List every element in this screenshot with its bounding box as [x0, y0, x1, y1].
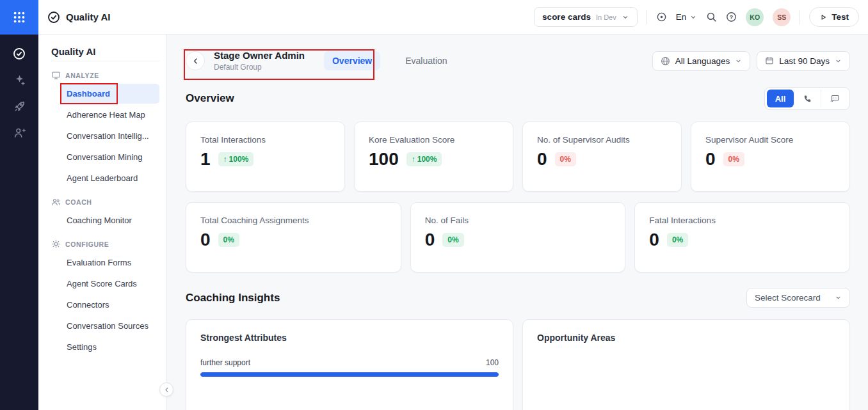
- app-launcher-button[interactable]: [0, 0, 38, 35]
- stat-delta-badge: 0%: [667, 233, 688, 247]
- topbar-right: score cards In Dev En: [534, 7, 859, 27]
- stat-label: Total Interactions: [200, 135, 330, 145]
- quality-ai-logo-icon: [47, 11, 60, 24]
- grid-icon: [12, 10, 26, 24]
- language-code: En: [676, 12, 687, 22]
- scorecard-picker[interactable]: score cards In Dev: [534, 7, 638, 27]
- topbar: Quality AI score cards In Dev E: [38, 0, 868, 35]
- scorecard-select-label: Select Scorecard: [755, 293, 821, 303]
- attribute-row: further support 100: [200, 358, 499, 367]
- attribute-progress-bar: [200, 372, 499, 377]
- sidebar-item-adherence-heat-map[interactable]: Adherence Heat Map: [61, 105, 159, 125]
- brand-name: Quality AI: [66, 12, 110, 22]
- stat-value: 0: [537, 150, 547, 168]
- stat-label: No. of Fails: [425, 216, 611, 225]
- calendar-icon: [765, 56, 774, 65]
- in-dev-badge: In Dev: [596, 13, 616, 21]
- channel-segmented-control: All: [764, 87, 850, 110]
- back-button[interactable]: [186, 51, 205, 70]
- target-icon[interactable]: [656, 12, 667, 22]
- translate-icon: [661, 56, 670, 66]
- date-range-label: Last 90 Days: [779, 56, 830, 66]
- main-content: Stage Owner Admin Default Group Overview…: [166, 35, 868, 410]
- sparkles-icon[interactable]: [13, 74, 26, 86]
- sidebar-section-coach: COACH: [51, 197, 159, 207]
- rocket-icon[interactable]: [13, 100, 26, 113]
- stat-label: Fatal Interactions: [649, 216, 835, 225]
- scorecard-select[interactable]: Select Scorecard: [746, 288, 850, 308]
- segment-voice[interactable]: [794, 90, 821, 107]
- app-window: Quality AI score cards In Dev E: [0, 0, 868, 410]
- segment-chat[interactable]: [821, 90, 848, 107]
- language-selector[interactable]: En: [676, 12, 698, 22]
- attribute-label: further support: [200, 358, 250, 367]
- brand: Quality AI: [47, 11, 110, 24]
- sidebar-item-conversation-mining[interactable]: Conversation Mining: [61, 147, 159, 167]
- sidebar-section-label: ANALYZE: [65, 72, 99, 79]
- stat-delta-badge: 0%: [555, 152, 576, 166]
- tab-evaluation[interactable]: Evaluation: [397, 51, 455, 70]
- stats-row-2: Total Coaching Assignments 0 0% No. of F…: [186, 202, 850, 272]
- stat-card-fatal-interactions: Fatal Interactions 0 0%: [634, 202, 850, 272]
- stat-card-kore-evaluation-score: Kore Evaluation Score 100 ↑100%: [354, 122, 513, 192]
- opportunity-areas-card: Opportunity Areas: [522, 319, 850, 410]
- sidebar-item-evaluation-forms[interactable]: Evaluation Forms: [61, 253, 159, 272]
- stat-card-total-interactions: Total Interactions 1 ↑100%: [186, 122, 345, 192]
- sidebar-item-agent-leaderboard[interactable]: Agent Leaderboard: [61, 168, 159, 188]
- language-filter[interactable]: All Languages: [652, 51, 751, 71]
- user-plus-icon[interactable]: [13, 127, 26, 139]
- test-button-label: Test: [832, 12, 849, 22]
- coaching-section-header: Coaching Insights Select Scorecard: [186, 288, 850, 308]
- stat-card-supervisor-audits: No. of Supervisor Audits 0 0%: [522, 122, 682, 192]
- people-icon: [51, 197, 61, 207]
- progress-fill: [200, 372, 499, 377]
- sidebar-item-connectors[interactable]: Connectors: [61, 295, 159, 315]
- sidebar-item-conversation-intelligence[interactable]: Conversation Intellig...: [61, 126, 159, 146]
- stat-label: Kore Evaluation Score: [369, 135, 499, 145]
- sidebar-title: Quality AI: [51, 46, 159, 61]
- quality-ai-rail-icon[interactable]: [13, 47, 26, 60]
- sidebar-item-coaching-monitor[interactable]: Coaching Monitor: [61, 210, 159, 230]
- page-title: Stage Owner Admin: [214, 50, 305, 61]
- stat-value: 0: [705, 150, 716, 168]
- search-icon[interactable]: [706, 12, 717, 22]
- stat-card-no-of-fails: No. of Fails 0 0%: [410, 202, 626, 272]
- stat-value: 0: [425, 231, 435, 249]
- stat-delta-badge: 0%: [218, 233, 239, 247]
- overview-title: Overview: [186, 92, 234, 105]
- sidebar-collapse-button[interactable]: [159, 382, 173, 397]
- svg-text:?: ?: [730, 14, 734, 20]
- divider: [800, 10, 800, 24]
- sidebar-section-configure: CONFIGURE: [51, 239, 159, 249]
- page-subtitle: Default Group: [214, 63, 305, 72]
- stat-value: 0: [200, 231, 211, 249]
- chevron-down-icon: [835, 294, 842, 301]
- avatar[interactable]: SS: [773, 8, 791, 26]
- overview-section-header: Overview All: [186, 87, 850, 110]
- tab-overview[interactable]: Overview: [324, 51, 380, 70]
- stat-label: No. of Supervisor Audits: [537, 135, 667, 145]
- stat-delta-badge: ↑100%: [406, 152, 442, 166]
- phone-icon: [803, 95, 812, 103]
- stats-row-1: Total Interactions 1 ↑100% Kore Evaluati…: [186, 122, 850, 192]
- sidebar-item-settings[interactable]: Settings: [61, 337, 159, 357]
- insights-row: Strongest Attributes further support 100…: [186, 319, 850, 410]
- stat-value: 100: [369, 150, 399, 168]
- chevron-down-icon: [689, 13, 697, 21]
- divider: [647, 10, 647, 24]
- date-range-filter[interactable]: Last 90 Days: [757, 51, 850, 71]
- segment-all[interactable]: All: [767, 90, 794, 107]
- chevron-down-icon: [735, 58, 742, 65]
- avatar[interactable]: KO: [746, 8, 764, 26]
- help-icon[interactable]: ?: [726, 12, 737, 22]
- sidebar-item-dashboard[interactable]: Dashboard: [61, 84, 159, 104]
- sidebar-item-conversation-sources[interactable]: Conversation Sources: [61, 316, 159, 336]
- language-filter-label: All Languages: [675, 56, 730, 66]
- stat-value: 0: [649, 231, 659, 249]
- attribute-value: 100: [486, 358, 499, 367]
- sidebar-section-label: COACH: [65, 198, 92, 206]
- sidebar-item-agent-score-cards[interactable]: Agent Score Cards: [61, 274, 159, 294]
- icon-rail: [0, 0, 38, 410]
- test-button[interactable]: Test: [809, 7, 859, 27]
- sidebar: Quality AI ANALYZE Dashboard Adherence H…: [38, 35, 166, 410]
